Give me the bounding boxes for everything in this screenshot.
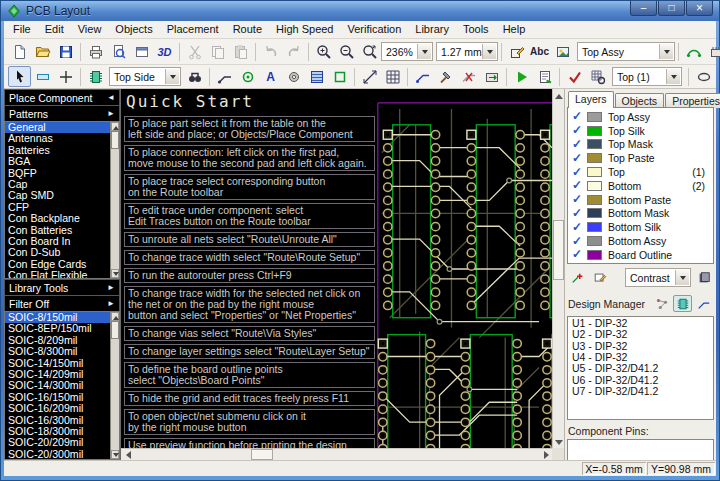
- layer-row[interactable]: ✓ Top (1): [568, 165, 713, 179]
- combo-arrow-icon[interactable]: [659, 44, 673, 59]
- layer-row[interactable]: ✓ Bottom Paste: [568, 193, 713, 207]
- pattern-group-item[interactable]: Cap SMD: [5, 190, 110, 201]
- unroute-net-button[interactable]: [457, 66, 480, 87]
- scroll-down-icon[interactable]: [111, 450, 119, 459]
- pattern-item[interactable]: SOIC-16/150mil: [5, 392, 110, 403]
- pattern-group-item[interactable]: General: [5, 122, 110, 133]
- tab-properties[interactable]: Properties: [665, 93, 720, 108]
- zoom-window-button[interactable]: [358, 41, 381, 62]
- component-item[interactable]: U7 - DIP-32/D41.2: [568, 386, 713, 397]
- redo-button[interactable]: [282, 41, 305, 62]
- layer-color-swatch[interactable]: [587, 195, 602, 205]
- place-component-button[interactable]: [84, 66, 107, 87]
- picture-button[interactable]: [551, 41, 574, 62]
- signal-layer-combo[interactable]: Top (1): [612, 67, 682, 86]
- scroll-thumb[interactable]: [251, 449, 273, 460]
- view-3d-button[interactable]: 3D: [153, 41, 176, 62]
- combo-arrow-icon[interactable]: [666, 69, 680, 84]
- layer-row[interactable]: ✓ Bottom Mask: [568, 207, 713, 221]
- autorouter-setup-button[interactable]: [533, 66, 556, 87]
- place-trace-button[interactable]: [213, 66, 236, 87]
- route-setup-button[interactable]: [480, 66, 503, 87]
- add-layer-button[interactable]: [568, 269, 587, 286]
- measure-tool-button[interactable]: [358, 66, 381, 87]
- expand-menu-icon[interactable]: ►: [107, 109, 115, 118]
- scroll-thumb[interactable]: [553, 220, 564, 280]
- print-button[interactable]: [84, 41, 107, 62]
- route-trace-button[interactable]: [411, 66, 434, 87]
- pattern-group-item[interactable]: Con Batteries: [5, 225, 110, 236]
- layer-row[interactable]: ✓ Bottom (2): [568, 179, 713, 193]
- layer-color-swatch[interactable]: [587, 126, 602, 136]
- scroll-right-icon[interactable]: [541, 449, 552, 460]
- pattern-list[interactable]: SOIC-8/150milSOIC-8EP/150milSOIC-8/209mi…: [4, 311, 120, 460]
- paste-button[interactable]: [229, 41, 252, 62]
- canvas-horizontal-scrollbar[interactable]: [121, 448, 552, 460]
- contrast-combo[interactable]: Contrast: [625, 268, 691, 287]
- scroll-up-icon[interactable]: [111, 122, 119, 131]
- pattern-item[interactable]: SOIC-16/209mil: [5, 403, 110, 414]
- place-copper-pour-button[interactable]: [305, 66, 328, 87]
- minimize-button[interactable]: [630, 1, 657, 16]
- dm-traces-button[interactable]: [694, 295, 713, 312]
- pattern-group-item[interactable]: Con D-Sub: [5, 247, 110, 258]
- layer-color-swatch[interactable]: [587, 222, 602, 232]
- select-tool-button[interactable]: [8, 66, 31, 87]
- group-list-scrollbar[interactable]: [110, 122, 119, 278]
- pattern-item[interactable]: SOIC-8/300mil: [5, 346, 110, 357]
- filter-header[interactable]: Filter Off ►: [4, 295, 120, 311]
- zoom-level-combo[interactable]: 236%: [381, 42, 433, 61]
- collapse-panel-icon[interactable]: ◄: [107, 93, 115, 102]
- menu-item[interactable]: Route: [226, 21, 269, 38]
- pattern-item[interactable]: SOIC-16/300mil: [5, 415, 110, 426]
- show-ratlines-button[interactable]: [682, 41, 705, 62]
- menu-item[interactable]: View: [71, 21, 109, 38]
- pattern-item[interactable]: SOIC-14/209mil: [5, 369, 110, 380]
- scroll-down-icon[interactable]: [111, 269, 119, 278]
- edit-tool-button[interactable]: [715, 66, 720, 87]
- undo-button[interactable]: [259, 41, 282, 62]
- pattern-group-item[interactable]: Con Edge Cards: [5, 259, 110, 270]
- layer-visible-check-icon[interactable]: ✓: [572, 110, 587, 123]
- combo-arrow-icon[interactable]: [675, 270, 689, 285]
- zoom-in-button[interactable]: [312, 41, 335, 62]
- pattern-group-item[interactable]: BQFP: [5, 168, 110, 179]
- layer-visible-check-icon[interactable]: ✓: [572, 235, 587, 248]
- pattern-item[interactable]: SOIC-14/150mil: [5, 358, 110, 369]
- layer-color-swatch[interactable]: [587, 139, 602, 149]
- tab-layers[interactable]: Layers: [568, 91, 614, 108]
- cut-button[interactable]: [183, 41, 206, 62]
- pattern-group-item[interactable]: Con Backplane: [5, 213, 110, 224]
- pattern-item[interactable]: SOIC-8EP/150mil: [5, 323, 110, 334]
- layer-color-swatch[interactable]: [587, 112, 602, 122]
- pattern-group-item[interactable]: Cap: [5, 179, 110, 190]
- dm-nets-button[interactable]: [652, 295, 671, 312]
- layer-row[interactable]: ✓ Board Outline: [568, 248, 713, 262]
- layer-row[interactable]: ✓ Top Assy: [568, 110, 713, 124]
- update-components-button[interactable]: [705, 41, 720, 62]
- layer-row[interactable]: ✓ Bottom Assy: [568, 234, 713, 248]
- place-via-button[interactable]: [236, 66, 259, 87]
- new-button[interactable]: [8, 41, 31, 62]
- dm-components-button[interactable]: [673, 295, 692, 312]
- layer-visible-check-icon[interactable]: ✓: [572, 166, 587, 179]
- layer-visible-check-icon[interactable]: ✓: [572, 193, 587, 206]
- layer-visible-check-icon[interactable]: ✓: [572, 152, 587, 165]
- layer-visible-check-icon[interactable]: ✓: [572, 248, 587, 261]
- pattern-item[interactable]: SOIC-8/150mil: [5, 312, 110, 323]
- pattern-group-item[interactable]: Con Board In: [5, 236, 110, 247]
- layer-visible-check-icon[interactable]: ✓: [572, 221, 587, 234]
- place-shape-button[interactable]: [328, 66, 351, 87]
- tab-objects[interactable]: Objects: [615, 93, 665, 108]
- scroll-thumb[interactable]: [111, 131, 119, 149]
- layer-row[interactable]: ✓ Bottom Silk: [568, 220, 713, 234]
- component-item[interactable]: U2 - DIP-32: [568, 329, 713, 340]
- titles-setup-button[interactable]: [130, 41, 153, 62]
- menu-item[interactable]: Objects: [108, 21, 159, 38]
- board-outline-button[interactable]: [692, 66, 715, 87]
- layer-row[interactable]: ✓ Top Silk: [568, 124, 713, 138]
- menu-item[interactable]: Tools: [456, 21, 496, 38]
- canvas-vertical-scrollbar[interactable]: [552, 89, 564, 448]
- layer-visible-check-icon[interactable]: ✓: [572, 138, 587, 151]
- pattern-editor-button[interactable]: [505, 41, 528, 62]
